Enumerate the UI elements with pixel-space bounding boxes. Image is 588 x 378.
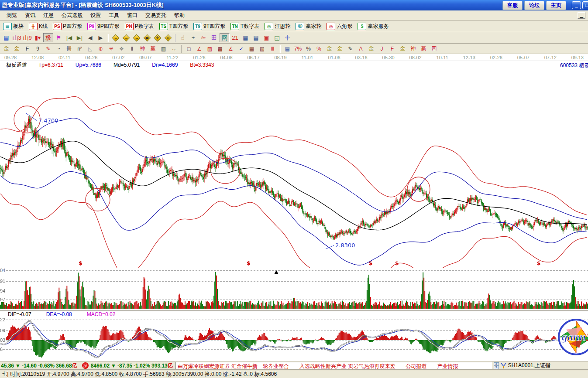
chart-3-icon[interactable]: 山3 [12, 33, 22, 42]
last-bar-icon[interactable]: ▶| [75, 33, 85, 42]
gold-tool2-icon[interactable]: 金 [12, 44, 22, 53]
box-tool-icon[interactable]: ◻ [184, 44, 194, 53]
span-arrow-icon[interactable]: ↔ [169, 44, 179, 53]
t-table-button[interactable]: TN T数字表 [229, 22, 261, 31]
si-angle-icon[interactable]: 四 [429, 44, 439, 53]
ying-tool-icon[interactable]: 赢 [148, 44, 158, 53]
mark-icon[interactable]: ✁ [199, 33, 209, 42]
brain-icon[interactable]: 网 [220, 33, 230, 42]
compress-h-icon[interactable]: ⇄ [142, 33, 152, 42]
gold-lines-icon[interactable]: 金 [335, 44, 345, 53]
expand-all-icon[interactable]: ✛ [152, 33, 162, 42]
maximize-button[interactable]: □ [582, 1, 588, 9]
fan-lines-icon[interactable]: ∠ [194, 44, 204, 53]
f-lines-icon[interactable]: F [22, 44, 32, 53]
shen-angle-icon[interactable]: 神 [408, 44, 418, 53]
menu-item[interactable]: 浏览 [3, 11, 21, 20]
shift-left-icon[interactable]: ← [110, 33, 120, 42]
spider-web-icon[interactable]: ❖ [117, 44, 127, 53]
ticker-spinner[interactable]: ▲▼ [494, 362, 499, 369]
blocks-button[interactable]: ▦ 板块 [2, 22, 25, 31]
wave-a-icon[interactable]: A [356, 44, 366, 53]
compass-icon[interactable]: ⊕ [96, 44, 106, 53]
transfer-icon[interactable]: 車 [282, 33, 292, 42]
minimize-button[interactable]: _ [572, 1, 581, 9]
volume-chart-canvas[interactable] [0, 268, 588, 310]
gold-tool-icon[interactable]: 金 [1, 44, 11, 53]
winner-wheel-button[interactable]: Ⓑ 赢家轮 [294, 22, 323, 31]
expand-h-icon[interactable]: ↔ [131, 33, 141, 42]
crosshair-icon[interactable]: + [188, 33, 198, 42]
shen-tool-icon[interactable]: 神 [138, 44, 148, 53]
pen-red-icon[interactable]: ✎ [43, 44, 53, 53]
ying-angle-icon[interactable]: 赢 [419, 44, 429, 53]
percent-lines-icon[interactable]: % [314, 44, 324, 53]
main-chart-canvas[interactable] [0, 69, 588, 268]
titlebar-link-button[interactable]: 论坛 [524, 1, 544, 10]
first-bar-icon[interactable]: |◀ [64, 33, 74, 42]
report-icon[interactable]: ▤ [251, 33, 261, 42]
hand-icon[interactable]: ☝ [178, 33, 188, 42]
ruler-comb-icon[interactable]: 卌 [64, 44, 74, 53]
p9-square-button[interactable]: P9 9P四方形 [86, 22, 121, 31]
prev-bar-icon[interactable]: ◀ [85, 33, 95, 42]
menu-item[interactable]: 窗口 [123, 11, 141, 20]
chart-9-icon[interactable]: 山9 [22, 33, 32, 42]
mdi-minimize-button[interactable]: ▁ [578, 12, 585, 19]
set-square-icon[interactable]: ◺ [85, 44, 95, 53]
menu-item[interactable]: 江恩 [39, 11, 58, 20]
news-ticker[interactable]: 由万爆冷联姻宏源证券 汇金催牛新一轮券业整合 入选战略性新兴产业 页岩气热浪再度… [175, 362, 492, 369]
kline-button[interactable]: ╫ K线 [28, 22, 49, 31]
titlebar-link-button[interactable]: 主页 [546, 1, 566, 10]
percent-icon[interactable]: % [303, 44, 313, 53]
angle-set-icon[interactable]: ∡ [226, 44, 236, 53]
percent7-icon[interactable]: 7% [293, 44, 303, 53]
fit-all-icon[interactable]: ⊕ [163, 33, 173, 42]
brush-icon[interactable]: ✎ [345, 44, 355, 53]
quote-channel-label[interactable]: SH1A0001,上证指 [508, 362, 550, 369]
purple-tool-icon[interactable]: 田 [209, 33, 219, 42]
hexagon-button[interactable]: ◎ 六角形 [325, 22, 354, 31]
clock-circle-icon[interactable]: ◔ [54, 44, 64, 53]
n2-icon[interactable]: n² [75, 44, 85, 53]
t-square-button[interactable]: TS T四方形 [158, 22, 189, 31]
stock-note-icon[interactable]: ▤ [1, 33, 11, 42]
star-burst-icon[interactable]: ✳ [106, 44, 116, 53]
gold-angle-icon[interactable]: 金 [398, 44, 408, 53]
gann-wheel-button[interactable]: ◎ 江恩轮 [263, 22, 292, 31]
menu-item[interactable]: 工具 [105, 11, 123, 20]
menu-item[interactable]: 帮助 [170, 11, 189, 20]
p-table-button[interactable]: PN P数字表 [124, 22, 155, 31]
next-bar-icon[interactable]: ▶ [96, 33, 106, 42]
menu-item[interactable]: 资讯 [21, 11, 39, 20]
grid-icon[interactable]: ▦ [247, 44, 257, 53]
list-table-icon[interactable]: ▤ [282, 44, 292, 53]
ruler-123-icon[interactable]: ▥ [158, 44, 168, 53]
titlebar-link-button[interactable]: 客服 [502, 1, 523, 10]
shift-right-icon[interactable]: → [121, 33, 131, 42]
gold-underline-icon[interactable]: 金 [366, 44, 376, 53]
calendar-21-icon[interactable]: 21 [230, 33, 240, 42]
f-angle-icon[interactable]: F [387, 44, 397, 53]
save-icon[interactable]: ▣ [261, 33, 272, 42]
spinner-up-icon[interactable]: ▲ [494, 362, 499, 366]
menu-item[interactable]: 交易委托 [141, 11, 170, 20]
k-ticks-icon[interactable]: ‖ [127, 44, 137, 53]
gann-box-icon[interactable]: ▨ [205, 44, 215, 53]
export-icon[interactable]: ◱ [272, 33, 282, 42]
menu-item[interactable]: 设置 [86, 11, 105, 20]
spinner-down-icon[interactable]: ▼ [494, 366, 499, 369]
p-square-button[interactable]: PS P四方形 [52, 22, 83, 31]
flag-icon[interactable]: ⚑ [54, 33, 64, 42]
gann-square-icon[interactable]: ▩ [215, 44, 225, 53]
grid2-icon[interactable]: ▧ [257, 44, 267, 53]
winner-service-button[interactable]: $ 赢家服务 [356, 22, 390, 31]
parallel-icon[interactable]: Ⅲ [268, 44, 278, 53]
j-angle-icon[interactable]: J [377, 44, 387, 53]
macd-chart-canvas[interactable] [0, 317, 588, 361]
t9-square-button[interactable]: T9 9T四方形 [192, 22, 227, 31]
jifan-channel-icon[interactable]: 极 [43, 33, 53, 42]
calculator-icon[interactable]: ▦ [241, 33, 251, 42]
gold-circle-icon[interactable]: 金 [324, 44, 334, 53]
spiral-icon[interactable]: 9 [33, 44, 43, 53]
